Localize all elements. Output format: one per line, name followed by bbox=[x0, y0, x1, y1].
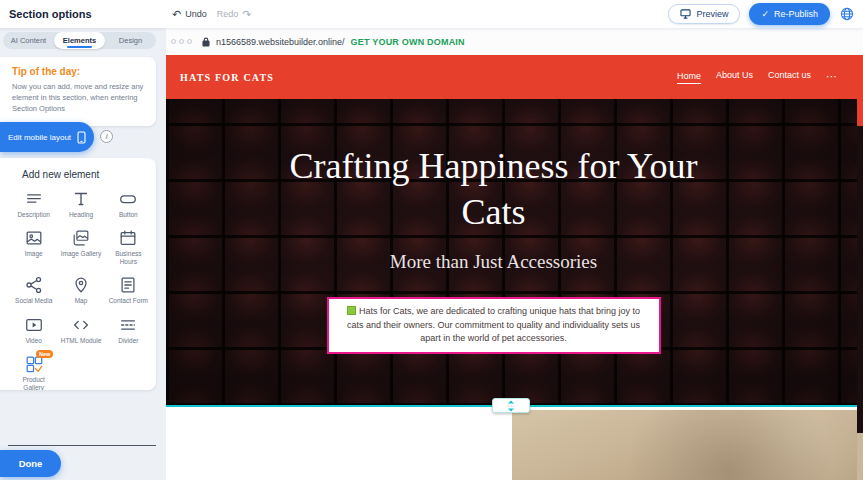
section-resize-handle[interactable] bbox=[492, 398, 530, 413]
element-label: Video bbox=[25, 337, 42, 345]
app-window: Section options ↶ Undo Redo ↷ Preview ✓ … bbox=[0, 0, 863, 480]
browser-dot-icon bbox=[171, 39, 176, 44]
scroll-strip-header bbox=[857, 82, 863, 126]
phone-icon bbox=[77, 131, 86, 144]
element-html-module[interactable]: HTML Module bbox=[57, 315, 104, 345]
add-element-title: Add new element bbox=[10, 169, 152, 180]
undo-icon: ↶ bbox=[172, 9, 181, 20]
element-label: Heading bbox=[69, 211, 93, 219]
nav-item-about-us[interactable]: About Us bbox=[716, 70, 753, 84]
main-canvas: n1566589.websitebuilder.online/ GET YOUR… bbox=[166, 28, 863, 480]
globe-icon[interactable] bbox=[839, 6, 855, 22]
image-gallery-icon bbox=[70, 228, 92, 248]
tab-elements-label: Elements bbox=[63, 36, 96, 45]
add-element-panel: Add new element Description Heading Butt… bbox=[0, 158, 156, 390]
scroll-strip-hero bbox=[857, 126, 863, 433]
site-nav: Home About Us Contact us ⋯ bbox=[677, 70, 837, 84]
info-icon[interactable]: i bbox=[100, 130, 113, 143]
html-module-icon bbox=[70, 315, 92, 335]
divider-icon bbox=[117, 315, 139, 335]
heading-icon bbox=[70, 189, 92, 209]
element-label: Social Media bbox=[15, 297, 52, 305]
element-social-media[interactable]: Social Media bbox=[10, 275, 57, 305]
hero-title[interactable]: Crafting Happiness for Your Cats bbox=[254, 99, 734, 235]
tab-design[interactable]: Design bbox=[105, 32, 156, 49]
nav-item-contact-us[interactable]: Contact us bbox=[768, 70, 811, 84]
element-label: Divider bbox=[118, 337, 138, 345]
element-heading[interactable]: Heading bbox=[57, 189, 104, 219]
resize-arrows-icon bbox=[506, 400, 516, 412]
hero-subtitle[interactable]: More than Just Accessories bbox=[166, 251, 821, 273]
sidebar: AI Content Elements Design Tip of the da… bbox=[0, 28, 166, 480]
republish-button[interactable]: ✓ Re-Publish bbox=[749, 3, 830, 25]
scroll-strip bbox=[857, 82, 863, 480]
tip-of-the-day-card: Tip of the day: Now you can add, move an… bbox=[0, 57, 156, 126]
element-label: Map bbox=[75, 297, 88, 305]
element-label: Image bbox=[25, 250, 43, 258]
topbar: Section options ↶ Undo Redo ↷ Preview ✓ … bbox=[0, 0, 863, 28]
contact-form-icon bbox=[117, 275, 139, 295]
redo-label: Redo bbox=[217, 9, 239, 19]
browser-bar: n1566589.websitebuilder.online/ GET YOUR… bbox=[166, 28, 863, 55]
element-business-hours[interactable]: Business Hours bbox=[105, 228, 152, 266]
undo-button[interactable]: ↶ Undo bbox=[172, 9, 207, 20]
monitor-icon bbox=[680, 9, 691, 19]
nav-item-home[interactable]: Home bbox=[677, 71, 701, 85]
site-header: HATS FOR CATS Home About Us Contact us ⋯ bbox=[166, 55, 863, 99]
element-label: HTML Module bbox=[61, 337, 102, 345]
element-divider[interactable]: Divider bbox=[105, 315, 152, 345]
site-url[interactable]: n1566589.websitebuilder.online/ bbox=[216, 37, 345, 47]
element-grid: Description Heading Button Image Image G bbox=[10, 189, 152, 390]
topbar-actions: Preview ✓ Re-Publish bbox=[668, 3, 863, 25]
redo-button[interactable]: Redo ↷ bbox=[217, 9, 252, 20]
tab-ai-content[interactable]: AI Content bbox=[3, 32, 54, 49]
edit-mobile-layout-label: Edit mobile layout bbox=[8, 133, 71, 142]
get-domain-link[interactable]: GET YOUR OWN DOMAIN bbox=[351, 37, 465, 47]
description-icon bbox=[23, 189, 45, 209]
hero-text-block-selected[interactable]: Hats for Cats, we are dedicated to craft… bbox=[327, 297, 661, 354]
element-label: Description bbox=[17, 211, 50, 219]
hero-paragraph: Hats for Cats, we are dedicated to craft… bbox=[347, 306, 640, 343]
element-product-gallery[interactable]: New Product Gallery bbox=[10, 354, 57, 390]
lock-icon bbox=[202, 37, 210, 47]
preview-button[interactable]: Preview bbox=[668, 4, 740, 24]
redo-icon: ↷ bbox=[242, 9, 251, 20]
element-label: Business Hours bbox=[106, 250, 150, 266]
element-button[interactable]: Button bbox=[105, 189, 152, 219]
site-preview: HATS FOR CATS Home About Us Contact us ⋯… bbox=[166, 55, 863, 480]
element-image-gallery[interactable]: Image Gallery bbox=[57, 228, 104, 266]
element-contact-form[interactable]: Contact Form bbox=[105, 275, 152, 305]
social-media-icon bbox=[23, 275, 45, 295]
map-icon bbox=[70, 275, 92, 295]
element-description[interactable]: Description bbox=[10, 189, 57, 219]
nav-more-icon[interactable]: ⋯ bbox=[826, 73, 837, 84]
preview-label: Preview bbox=[696, 9, 728, 19]
next-section-image[interactable] bbox=[512, 410, 863, 480]
tab-elements[interactable]: Elements bbox=[54, 32, 105, 49]
tab-ai-content-label: AI Content bbox=[11, 36, 46, 45]
element-video[interactable]: Video bbox=[10, 315, 57, 345]
done-button[interactable]: Done bbox=[0, 450, 61, 477]
edit-mobile-layout-button[interactable]: Edit mobile layout bbox=[0, 122, 94, 152]
hero-section[interactable]: Crafting Happiness for Your Cats More th… bbox=[166, 99, 863, 406]
sidebar-divider bbox=[8, 445, 156, 446]
tip-title: Tip of the day: bbox=[12, 66, 144, 77]
image-icon bbox=[23, 228, 45, 248]
browser-dot-icon bbox=[187, 39, 192, 44]
browser-dot-icon bbox=[179, 39, 184, 44]
sidebar-tabs: AI Content Elements Design bbox=[3, 32, 156, 49]
tip-body: Now you can add, move and resize any ele… bbox=[12, 82, 144, 115]
republish-label: Re-Publish bbox=[774, 9, 818, 19]
scroll-strip-next bbox=[857, 433, 863, 480]
site-logo[interactable]: HATS FOR CATS bbox=[180, 72, 274, 83]
tab-design-label: Design bbox=[119, 36, 142, 45]
element-handle-icon[interactable] bbox=[347, 306, 356, 315]
element-image[interactable]: Image bbox=[10, 228, 57, 266]
element-label: Image Gallery bbox=[61, 250, 101, 258]
element-label: Button bbox=[119, 211, 138, 219]
button-icon bbox=[117, 189, 139, 209]
info-glyph: i bbox=[105, 132, 107, 141]
page-title: Section options bbox=[0, 8, 92, 20]
history-controls: ↶ Undo Redo ↷ bbox=[172, 0, 251, 28]
element-map[interactable]: Map bbox=[57, 275, 104, 305]
